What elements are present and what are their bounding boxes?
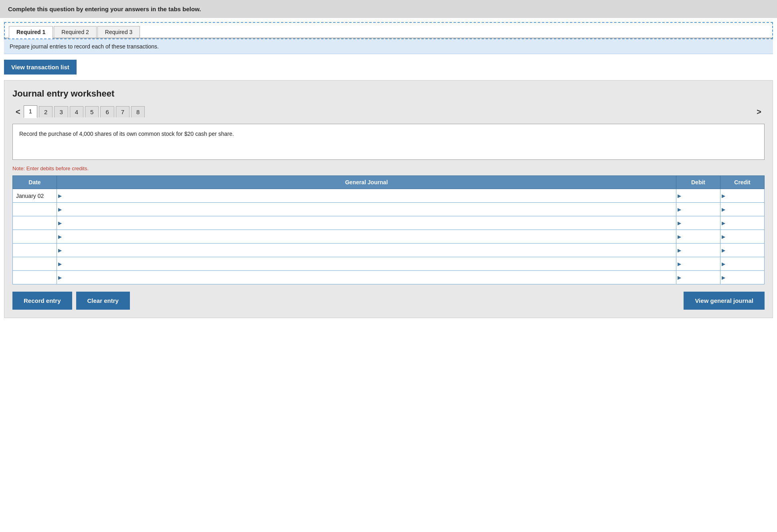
debit-input-1[interactable] [682,203,720,216]
credit-input-4[interactable] [726,244,764,257]
description-box: Record the purchase of 4,000 shares of i… [12,124,765,160]
journal-input-5[interactable] [63,257,676,270]
debit-input-4[interactable] [682,244,720,257]
description-text: Record the purchase of 4,000 shares of i… [19,131,234,137]
debit-cell-5[interactable]: ▶ [676,257,720,271]
col-header-journal: General Journal [57,176,676,189]
debit-input-2[interactable] [682,216,720,230]
page-tab-3[interactable]: 3 [54,106,68,117]
page-tab-2[interactable]: 2 [39,106,53,117]
date-cell-3 [13,230,57,244]
credit-cell-2[interactable]: ▶ [720,216,765,230]
debit-input-0[interactable] [682,189,720,202]
debit-arrow-5[interactable]: ▶ [676,261,682,267]
debit-arrow-2[interactable]: ▶ [676,220,682,226]
page-tab-4[interactable]: 4 [70,106,83,117]
journal-input-0[interactable] [63,189,676,202]
credit-cell-1[interactable]: ▶ [720,203,765,216]
tab-required-3[interactable]: Required 3 [97,26,140,38]
table-row: ▶▶▶ [13,257,765,271]
table-row: ▶▶▶ [13,244,765,257]
table-row: ▶▶▶ [13,230,765,244]
table-row: January 02▶▶▶ [13,189,765,203]
credit-arrow-1[interactable]: ▶ [720,207,726,212]
tab-required-1[interactable]: Required 1 [9,26,53,38]
clear-entry-button[interactable]: Clear entry [76,292,130,310]
debit-arrow-1[interactable]: ▶ [676,207,682,212]
page-tab-8[interactable]: 8 [131,106,145,117]
col-header-date: Date [13,176,57,189]
credit-input-0[interactable] [726,189,764,202]
view-transaction-button[interactable]: View transaction list [4,60,77,75]
journal-arrow-6[interactable]: ▶ [57,275,63,280]
date-cell-5 [13,257,57,271]
credit-input-5[interactable] [726,257,764,270]
page-nav: < 1 2 3 4 5 6 7 8 > [12,105,765,118]
page-tab-6[interactable]: 6 [100,106,114,117]
view-general-journal-button[interactable]: View general journal [684,292,765,310]
note-text: Note: Enter debits before credits. [12,165,765,171]
debit-cell-2[interactable]: ▶ [676,216,720,230]
debit-arrow-4[interactable]: ▶ [676,248,682,253]
debit-cell-3[interactable]: ▶ [676,230,720,244]
instruction-text: Prepare journal entries to record each o… [10,43,159,50]
table-row: ▶▶▶ [13,203,765,216]
journal-cell-0[interactable]: ▶ [57,189,676,203]
journal-cell-2[interactable]: ▶ [57,216,676,230]
credit-input-3[interactable] [726,230,764,243]
record-entry-button[interactable]: Record entry [12,292,72,310]
date-cell-6 [13,271,57,284]
credit-arrow-0[interactable]: ▶ [720,193,726,199]
credit-arrow-4[interactable]: ▶ [720,248,726,253]
credit-arrow-6[interactable]: ▶ [720,275,726,280]
journal-input-6[interactable] [63,271,676,284]
page-tab-7[interactable]: 7 [116,106,130,117]
debit-cell-6[interactable]: ▶ [676,271,720,284]
journal-arrow-5[interactable]: ▶ [57,261,63,267]
journal-arrow-1[interactable]: ▶ [57,207,63,212]
bottom-buttons: Record entry Clear entry View general jo… [12,292,765,310]
credit-cell-5[interactable]: ▶ [720,257,765,271]
tab-required-2[interactable]: Required 2 [54,26,97,38]
debit-arrow-6[interactable]: ▶ [676,275,682,280]
credit-input-2[interactable] [726,216,764,230]
credit-arrow-3[interactable]: ▶ [720,234,726,240]
credit-arrow-5[interactable]: ▶ [720,261,726,267]
journal-cell-4[interactable]: ▶ [57,244,676,257]
debit-cell-1[interactable]: ▶ [676,203,720,216]
debit-cell-0[interactable]: ▶ [676,189,720,203]
journal-input-4[interactable] [63,244,676,257]
credit-cell-6[interactable]: ▶ [720,271,765,284]
credit-input-6[interactable] [726,271,764,284]
journal-cell-3[interactable]: ▶ [57,230,676,244]
col-header-debit: Debit [676,176,720,189]
debit-input-5[interactable] [682,257,720,270]
journal-arrow-4[interactable]: ▶ [57,248,63,253]
credit-cell-4[interactable]: ▶ [720,244,765,257]
debit-cell-4[interactable]: ▶ [676,244,720,257]
journal-cell-1[interactable]: ▶ [57,203,676,216]
journal-arrow-0[interactable]: ▶ [57,193,63,199]
journal-input-3[interactable] [63,230,676,243]
page-tab-5[interactable]: 5 [85,106,99,117]
tabs-row: Required 1 Required 2 Required 3 [5,26,772,38]
journal-arrow-3[interactable]: ▶ [57,234,63,240]
journal-input-2[interactable] [63,216,676,230]
date-cell-1 [13,203,57,216]
nav-next-button[interactable]: > [753,106,765,118]
nav-prev-button[interactable]: < [12,106,24,118]
debit-input-6[interactable] [682,271,720,284]
journal-cell-6[interactable]: ▶ [57,271,676,284]
journal-input-1[interactable] [63,203,676,216]
credit-cell-3[interactable]: ▶ [720,230,765,244]
credit-cell-0[interactable]: ▶ [720,189,765,203]
credit-input-1[interactable] [726,203,764,216]
debit-input-3[interactable] [682,230,720,243]
debit-arrow-3[interactable]: ▶ [676,234,682,240]
table-row: ▶▶▶ [13,216,765,230]
debit-arrow-0[interactable]: ▶ [676,193,682,199]
journal-arrow-2[interactable]: ▶ [57,220,63,226]
page-tab-1[interactable]: 1 [24,105,37,118]
credit-arrow-2[interactable]: ▶ [720,220,726,226]
journal-cell-5[interactable]: ▶ [57,257,676,271]
